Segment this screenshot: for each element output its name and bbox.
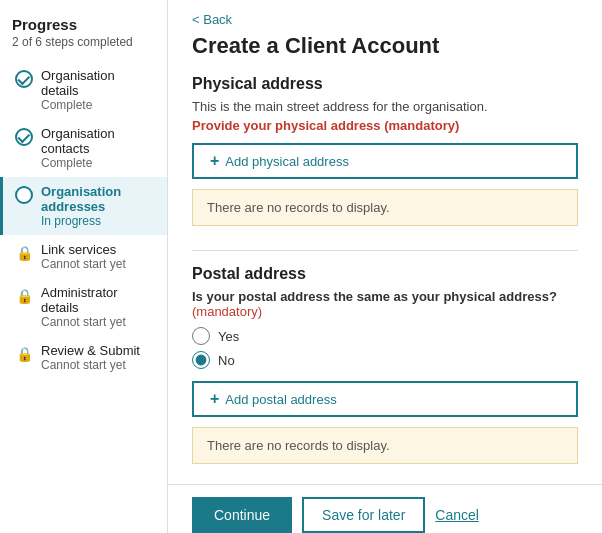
add-postal-address-button[interactable]: + Add postal address	[192, 381, 578, 417]
radio-option-no[interactable]: No	[192, 351, 578, 369]
continue-button[interactable]: Continue	[192, 497, 292, 533]
lock-icon: 🔒	[15, 345, 33, 363]
sidebar-subtitle: 2 of 6 steps completed	[0, 35, 167, 61]
sidebar-item-status: Cannot start yet	[41, 358, 140, 372]
check-icon	[15, 128, 33, 146]
lock-icon: 🔒	[15, 287, 33, 305]
sidebar-item-status: Cannot start yet	[41, 315, 155, 329]
sidebar-item-status: In progress	[41, 214, 155, 228]
main-content: Back Create a Client Account Physical ad…	[168, 0, 602, 484]
footer: Continue Save for later Cancel	[168, 484, 602, 533]
sidebar-item-org-contacts[interactable]: Organisation contacts Complete	[0, 119, 167, 177]
sidebar-item-label: Organisation contacts	[41, 126, 155, 156]
add-physical-label: Add physical address	[225, 154, 349, 169]
sidebar-item-label: Organisation addresses	[41, 184, 155, 214]
physical-address-empty: There are no records to display.	[192, 189, 578, 226]
sidebar: Progress 2 of 6 steps completed Organisa…	[0, 0, 168, 533]
lock-icon: 🔒	[15, 244, 33, 262]
add-postal-label: Add postal address	[225, 392, 336, 407]
radio-yes[interactable]	[192, 327, 210, 345]
postal-address-title: Postal address	[192, 265, 578, 283]
radio-no[interactable]	[192, 351, 210, 369]
check-icon	[15, 70, 33, 88]
radio-no-label: No	[218, 353, 235, 368]
sidebar-item-link-services: 🔒 Link services Cannot start yet	[0, 235, 167, 278]
section-divider	[192, 250, 578, 251]
plus-icon: +	[210, 390, 219, 408]
sidebar-item-admin-details: 🔒 Administrator details Cannot start yet	[0, 278, 167, 336]
save-button[interactable]: Save for later	[302, 497, 425, 533]
radio-yes-label: Yes	[218, 329, 239, 344]
add-physical-address-button[interactable]: + Add physical address	[192, 143, 578, 179]
plus-icon: +	[210, 152, 219, 170]
physical-address-title: Physical address	[192, 75, 578, 93]
postal-address-empty: There are no records to display.	[192, 427, 578, 464]
circle-icon	[15, 186, 33, 204]
postal-address-radio-group: Yes No	[192, 327, 578, 369]
sidebar-item-org-addresses[interactable]: Organisation addresses In progress	[0, 177, 167, 235]
sidebar-item-status: Complete	[41, 156, 155, 170]
page-title: Create a Client Account	[192, 33, 578, 59]
sidebar-item-label: Administrator details	[41, 285, 155, 315]
sidebar-item-status: Cannot start yet	[41, 257, 126, 271]
cancel-button[interactable]: Cancel	[435, 507, 479, 523]
sidebar-item-label: Review & Submit	[41, 343, 140, 358]
physical-address-desc: This is the main street address for the …	[192, 99, 578, 114]
sidebar-title: Progress	[0, 16, 167, 35]
sidebar-item-org-details[interactable]: Organisation details Complete	[0, 61, 167, 119]
sidebar-item-review-submit: 🔒 Review & Submit Cannot start yet	[0, 336, 167, 379]
back-link[interactable]: Back	[192, 12, 578, 27]
sidebar-item-label: Organisation details	[41, 68, 155, 98]
postal-address-question: Is your postal address the same as your …	[192, 289, 578, 319]
sidebar-item-status: Complete	[41, 98, 155, 112]
radio-option-yes[interactable]: Yes	[192, 327, 578, 345]
physical-address-mandatory: Provide your physical address (mandatory…	[192, 118, 578, 133]
sidebar-item-label: Link services	[41, 242, 126, 257]
